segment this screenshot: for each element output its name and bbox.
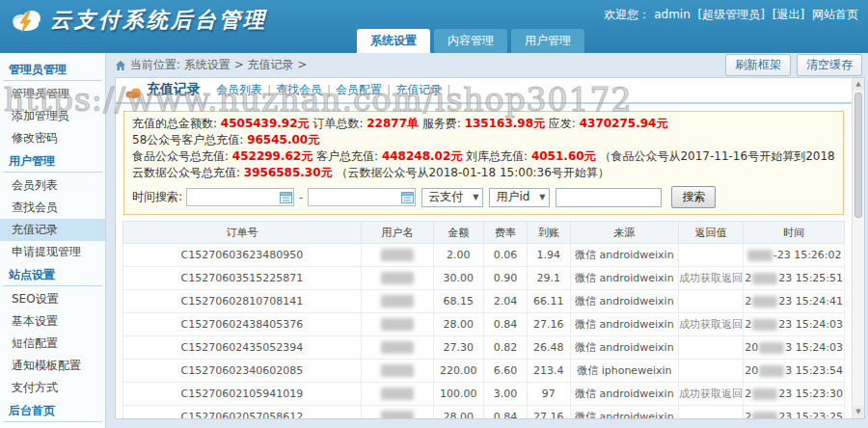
source-cell: 微信 androidweixin [570, 244, 678, 267]
sub-link[interactable]: 查找会员 [276, 82, 322, 98]
order-no-cell: C15270603623480950 [123, 244, 362, 267]
sidebar-section-title: 站点设置 [3, 264, 102, 286]
sidebar-item[interactable]: 支付方式 [0, 377, 105, 399]
sidebar-item[interactable]: 修改密码 [0, 127, 105, 149]
stat-value: 448248.02元 [382, 149, 462, 163]
sidebar-item[interactable]: 查找会员 [0, 197, 105, 219]
date-to-input[interactable] [308, 188, 416, 206]
role-link[interactable]: [超级管理员] [698, 8, 765, 21]
sidebar-item[interactable]: 申请提现管理 [0, 241, 105, 263]
nav-tab[interactable]: 内容管理 [434, 29, 507, 53]
sidebar-item[interactable]: 短信配置 [0, 333, 105, 355]
sidebar-section-title: 用户管理 [3, 150, 102, 173]
cloud-lightning-logo-icon [10, 7, 44, 34]
stat-value: 135163.98元 [465, 117, 545, 130]
username-cell [361, 313, 433, 336]
received-cell: 29.1 [527, 267, 570, 290]
stat-value: 22877单 [366, 117, 419, 130]
sidebar-item[interactable]: 后台首页 [0, 424, 105, 428]
received-cell: 66.11 [527, 290, 570, 313]
sub-link[interactable]: 充值记录 [395, 82, 442, 98]
date-from-input[interactable] [186, 188, 294, 206]
clear-cache-button[interactable]: 清空缓存 [797, 54, 862, 76]
search-field-select[interactable]: 用户id ▼ [489, 188, 550, 207]
time-suffix: 23 15:23:25 [778, 411, 843, 418]
redacted-username [381, 318, 414, 331]
sidebar-section-title: 后台首页 [3, 400, 102, 422]
column-header: 到账 [527, 222, 570, 244]
return-cell [678, 244, 743, 267]
time-suffix: 23 15:24:03 [778, 318, 843, 331]
scroll-up-arrow-icon[interactable]: ▲ [853, 78, 864, 91]
time-prefix: 2 [745, 411, 751, 418]
calendar-icon[interactable] [280, 191, 292, 203]
refresh-frame-button[interactable]: 刷新框架 [725, 54, 791, 76]
time-prefix: 2 [745, 295, 751, 308]
source-cell: 微信 androidweixin [570, 406, 678, 419]
return-cell: 成功获取返回 [678, 313, 743, 336]
redacted-username [381, 341, 414, 354]
logout-link[interactable]: [退出] [773, 8, 804, 21]
sub-link[interactable]: 会员列表 [216, 82, 262, 98]
return-cell [678, 406, 743, 419]
amount-cell: 100.00 [433, 383, 483, 406]
search-field-select-value: 用户id [496, 189, 529, 205]
search-button[interactable]: 搜索 [671, 186, 716, 208]
calendar-icon[interactable] [401, 191, 414, 203]
source-cell: 微信 androidweixin [570, 290, 678, 313]
content-panel: 充值记录 会员列表|查找会员|会员配置|充值记录| 充值的总金额数: 45054… [115, 77, 865, 419]
sidebar-item[interactable]: 添加管理员 [0, 105, 105, 127]
username-cell [361, 336, 433, 360]
scroll-down-arrow-icon[interactable]: ▼ [853, 406, 864, 418]
gateway-select-value: 云支付 [428, 189, 463, 205]
scrollbar-thumb[interactable] [854, 93, 862, 218]
order-no-cell: C15270602057058612 [123, 406, 362, 419]
username-cell [361, 360, 433, 383]
time-cell: 223 15:25:51 [744, 267, 845, 290]
sub-link[interactable]: 会员配置 [336, 82, 382, 98]
time-prefix: 2 [745, 388, 751, 400]
table-row: C15270602105941019100.003.0097微信 android… [123, 383, 845, 406]
stat-value: 4051.60元 [531, 149, 596, 163]
stat-label: （云数据公众号从2018-01-18 15:00:36号开始算） [333, 166, 610, 179]
rate-cell: 2.04 [483, 290, 527, 313]
chevron-down-icon: ▼ [539, 193, 545, 201]
sidebar-item[interactable]: 管理员管理 [0, 83, 105, 105]
site-home-link[interactable]: 网站首页 [812, 8, 858, 21]
stat-label: （食品公众号从2017-11-16号开始算到2018-01-18 15:00:3… [596, 149, 835, 163]
sidebar-item[interactable]: 通知模板配置 [0, 355, 105, 377]
stat-label: 云数据公众号总充值: [132, 166, 244, 179]
redacted-username [381, 249, 414, 261]
nav-tab[interactable]: 系统设置 [357, 29, 430, 53]
amount-cell: 28.00 [433, 313, 483, 336]
gateway-select[interactable]: 云支付 ▼ [421, 188, 483, 207]
return-cell: 成功获取返回 [678, 267, 743, 290]
received-cell: 1.94 [527, 244, 570, 267]
sidebar-item[interactable]: 基本设置 [0, 310, 105, 333]
order-no-cell: C15270602810708141 [123, 290, 362, 313]
nav-tab[interactable]: 用户管理 [511, 29, 584, 53]
redacted-date [752, 296, 777, 308]
order-no-cell: C15270603515225871 [123, 267, 362, 290]
sub-links: 会员列表|查找会员|会员配置|充值记录| [216, 82, 455, 98]
return-cell [678, 360, 743, 383]
table-row: C15270602340602085220.006.60213.4微信 ipho… [123, 360, 845, 383]
notice-line: 58公众号客户总充值: 96545.00元 [132, 132, 835, 148]
search-keyword-input[interactable] [556, 188, 662, 207]
table-header-row: 订单号用户名金额费率到账来源返回值时间 [123, 222, 845, 244]
sidebar-item[interactable]: 会员列表 [0, 174, 105, 197]
rate-cell: 0.90 [483, 267, 527, 290]
breadcrumb-row: 当前位置: 系统设置 > 充值记录 > 刷新框架 清空缓存 [107, 53, 868, 75]
time-cell: 223 15:24:41 [744, 290, 845, 313]
time-suffix: 23 15:23:30 [778, 388, 843, 400]
vertical-scrollbar[interactable]: ▲ ▼ [852, 78, 864, 418]
app-logo: 云支付系统后台管理 [10, 6, 267, 35]
panel-inner: 充值记录 会员列表|查找会员|会员配置|充值记录| 充值的总金额数: 45054… [116, 78, 852, 418]
sidebar-item[interactable]: 充值记录 [0, 219, 105, 241]
redacted-date [752, 319, 777, 331]
column-header: 用户名 [361, 222, 433, 244]
app-header: 云支付系统后台管理 欢迎您： admin [超级管理员] [退出] 网站首页 系… [0, 0, 868, 53]
stat-value: 3956585.30元 [244, 166, 333, 179]
sidebar-item[interactable]: SEO设置 [0, 288, 105, 310]
stat-label: 充值的总金额数: [132, 117, 221, 130]
